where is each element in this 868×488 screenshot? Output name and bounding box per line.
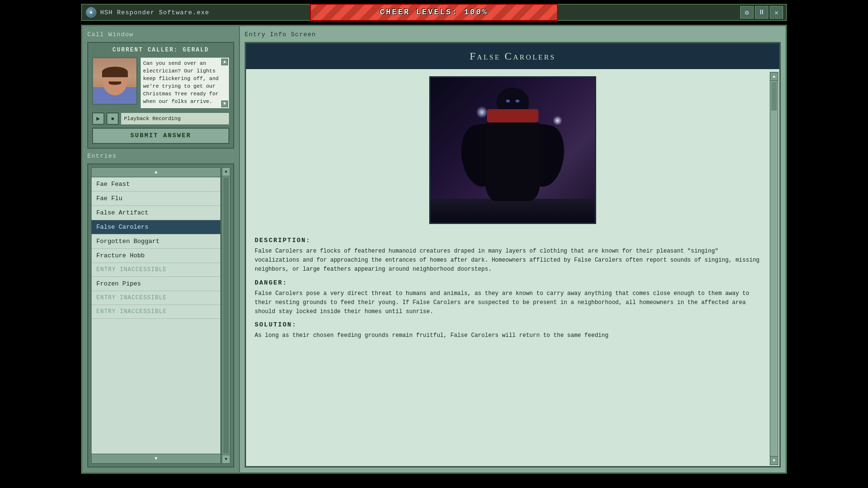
entry-item-frozen-pipes[interactable]: Frozen Pipes — [92, 277, 220, 291]
entry-info-screen: False Carolers — [245, 42, 781, 468]
entries-list: ▲ Fae Feast Fae Flu False Artifact False… — [91, 167, 221, 464]
text-scroll-up[interactable]: ▲ — [221, 59, 228, 65]
cheer-label: CHEER LEVELS: 100% — [380, 8, 488, 17]
solution-text: As long as their chosen feeding grounds … — [255, 331, 762, 340]
caller-area: Can you send over an electrician? Our li… — [92, 57, 229, 109]
orb-2 — [553, 116, 562, 125]
entry-title: False Carolers — [470, 50, 556, 62]
creature-scarf — [487, 109, 538, 122]
description-header: DESCRIPTION: — [255, 237, 762, 244]
entry-item-false-artifact[interactable]: False Artifact — [92, 206, 220, 220]
close-button[interactable]: ✕ — [770, 6, 783, 19]
submit-answer-button[interactable]: SUBMIT ANSWER — [92, 128, 229, 144]
title-bar-buttons: ⚙ ⏸ ✕ — [740, 6, 786, 19]
settings-button[interactable]: ⚙ — [740, 6, 754, 19]
entry-item-false-carolers[interactable]: False Carolers — [92, 220, 220, 234]
entries-label: Entries — [87, 152, 234, 160]
playback-row: ▶ ■ Playback Recording — [92, 112, 229, 125]
entry-item-fae-feast[interactable]: Fae Feast — [92, 177, 220, 192]
entries-scrollbar: ▲ ▼ — [222, 167, 230, 464]
orb-1 — [476, 106, 488, 118]
play-button[interactable]: ▶ — [92, 112, 104, 125]
app-icon: ● — [86, 7, 96, 18]
ground — [431, 199, 595, 223]
entries-scroll-container: ▲ Fae Feast Fae Flu False Artifact False… — [91, 167, 230, 464]
entries-scrollbar-down[interactable]: ▼ — [222, 455, 230, 463]
right-scroll-down[interactable]: ▼ — [770, 456, 778, 465]
entry-item-fracture-hobb[interactable]: Fracture Hobb — [92, 249, 220, 263]
solution-header: SOLUTION: — [255, 321, 762, 328]
entries-scrollbar-thumb — [223, 177, 229, 454]
danger-text: False Carolers pose a very direct threat… — [255, 289, 762, 317]
current-caller-label: CURRENT CALLER: GERALD — [92, 47, 229, 53]
call-window: CURRENT CALLER: GERALD — [87, 42, 234, 149]
right-scroll-up[interactable]: ▲ — [770, 72, 778, 81]
caller-photo — [92, 57, 137, 105]
app-title: HSH Responder Software.exe — [100, 9, 209, 16]
stop-button[interactable]: ■ — [106, 112, 119, 125]
entry-item-inaccessible-3: ENTRY INACCESSIBLE — [92, 305, 220, 319]
entries-scrollbar-up[interactable]: ▲ — [222, 168, 230, 176]
entries-scroll-up[interactable]: ▲ — [92, 168, 220, 177]
left-panel: Call Window CURRENT CALLER: GERALD — [83, 26, 240, 472]
right-scrollbar: ▲ ▼ — [770, 72, 778, 465]
title-bar-left: ● HSH Responder Software.exe — [82, 7, 209, 18]
creature-eye-left — [506, 100, 510, 102]
entry-item-forgotten-boggart[interactable]: Forgotten Boggart — [92, 234, 220, 249]
right-scroll-track — [770, 112, 778, 456]
entries-inner: Fae Feast Fae Flu False Artifact False C… — [92, 177, 220, 319]
playback-field: Playback Recording — [121, 112, 229, 125]
cheer-bar: CHEER LEVELS: 100% — [310, 4, 558, 21]
creature-eye-right — [516, 100, 519, 102]
call-window-label: Call Window — [87, 31, 234, 38]
entry-item-inaccessible-2: ENTRY INACCESSIBLE — [92, 291, 220, 305]
right-panel: Entry Info Screen False Carolers — [240, 26, 785, 472]
description-text: False Carolers are flocks of feathered h… — [255, 247, 762, 274]
entries-section: ▲ Fae Feast Fae Flu False Artifact False… — [87, 163, 234, 468]
danger-header: DANGER: — [255, 279, 762, 286]
entry-item-fae-flu[interactable]: Fae Flu — [92, 192, 220, 206]
entry-text-area: DESCRIPTION: False Carolers are flocks o… — [246, 231, 779, 466]
entry-item-inaccessible-1: ENTRY INACCESSIBLE — [92, 263, 220, 277]
entry-image-container — [246, 69, 779, 231]
entry-info-screen-label: Entry Info Screen — [245, 31, 781, 38]
caller-text-box: Can you send over an electrician? Our li… — [140, 57, 229, 109]
pause-button[interactable]: ⏸ — [755, 6, 768, 19]
right-scroll-thumb — [771, 82, 777, 111]
entries-scroll-down[interactable]: ▼ — [92, 454, 220, 463]
entry-image — [429, 76, 596, 224]
caller-message: Can you send over an electrician? Our li… — [143, 60, 221, 106]
entry-title-bar: False Carolers — [246, 43, 779, 69]
text-scroll-down[interactable]: ▼ — [221, 101, 228, 107]
main-window: Call Window CURRENT CALLER: GERALD — [81, 25, 787, 474]
